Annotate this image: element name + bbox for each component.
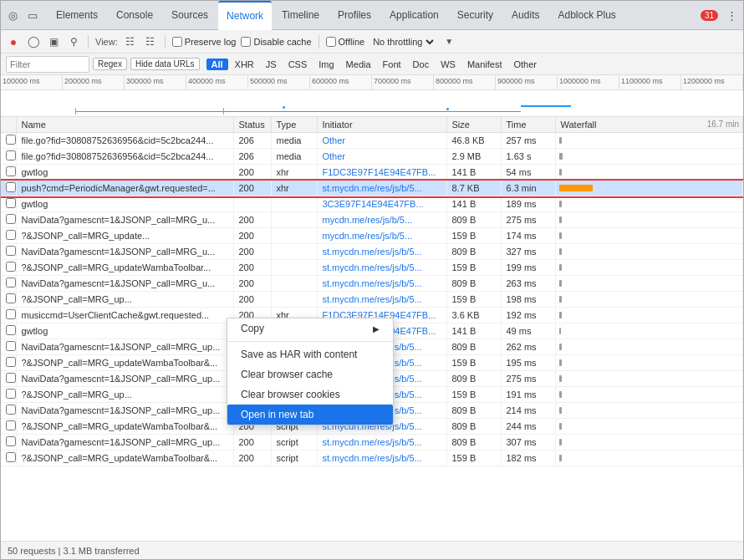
tab-audits[interactable]: Audits	[503, 1, 548, 30]
inspect-icon[interactable]: ◎	[4, 7, 21, 23]
camera-button[interactable]: ▣	[46, 34, 61, 49]
row-checkbox[interactable]	[6, 198, 16, 208]
initiator-link[interactable]: Other	[323, 135, 346, 145]
filter-type-media[interactable]: Media	[341, 59, 376, 70]
filter-type-manifest[interactable]: Manifest	[462, 59, 507, 70]
row-initiator[interactable]: mycdn.me/res/js/b/5...	[317, 212, 446, 228]
tab-adblock[interactable]: Adblock Plus	[549, 1, 624, 30]
tab-elements[interactable]: Elements	[48, 1, 106, 30]
initiator-link[interactable]: st.mycdn.me/res/js/b/5...	[323, 183, 422, 193]
row-checkbox[interactable]	[6, 230, 16, 240]
regex-button[interactable]: Regex	[93, 58, 127, 70]
row-initiator[interactable]: F1DC3E97F14E94E47FB...	[317, 165, 446, 181]
table-row[interactable]: ?&JSONP_call=MRG_updateWambaToolbar&...2…	[1, 451, 743, 466]
filter-type-css[interactable]: CSS	[283, 59, 313, 70]
table-row[interactable]: ?&JSONP_call=MRG_updateWambaToolbar...20…	[1, 260, 743, 276]
row-checkbox[interactable]	[6, 214, 16, 224]
table-row[interactable]: push?cmd=PeriodicManager&gwt.requested=.…	[1, 181, 743, 196]
row-checkbox[interactable]	[6, 436, 16, 446]
tab-profiles[interactable]: Profiles	[329, 1, 380, 30]
more-icon[interactable]: ⋮	[723, 7, 740, 23]
offline-checkbox[interactable]	[326, 37, 336, 47]
row-initiator[interactable]: st.mycdn.me/res/js/b/5...	[317, 260, 446, 276]
filter-type-all[interactable]: All	[206, 59, 228, 70]
ctx-open-tab[interactable]: Open in new tab	[227, 405, 393, 425]
throttle-select[interactable]: No throttling	[369, 36, 436, 48]
filter-type-other[interactable]: Other	[508, 59, 542, 70]
row-initiator[interactable]: st.mycdn.me/res/js/b/5...	[317, 292, 446, 308]
table-row[interactable]: gwtlog3C3E97F14E94E47FB...141 B189 ms	[1, 196, 743, 212]
th-initiator[interactable]: Initiator	[317, 117, 446, 133]
row-checkbox[interactable]	[6, 373, 16, 383]
row-initiator[interactable]: st.mycdn.me/res/js/b/5...	[317, 276, 446, 292]
initiator-link[interactable]: st.mycdn.me/res/js/b/5...	[323, 278, 422, 288]
table-container[interactable]: Name Status Type Initiator Size Time Wat…	[1, 117, 743, 541]
hide-data-urls-button[interactable]: Hide data URLs	[130, 58, 200, 70]
row-checkbox[interactable]	[6, 150, 16, 160]
th-status[interactable]: Status	[233, 117, 271, 133]
record-button[interactable]: ●	[6, 34, 21, 49]
tab-application[interactable]: Application	[381, 1, 447, 30]
filter-type-img[interactable]: Img	[313, 59, 339, 70]
tab-security[interactable]: Security	[449, 1, 502, 30]
disable-cache-checkbox[interactable]	[241, 37, 251, 47]
filter-type-font[interactable]: Font	[378, 59, 406, 70]
preserve-log-label[interactable]: Preserve log	[172, 37, 237, 47]
row-initiator[interactable]: st.mycdn.me/res/js/b/5...	[317, 451, 446, 466]
filter-type-xhr[interactable]: XHR	[230, 59, 259, 70]
th-time[interactable]: Time	[501, 117, 555, 133]
table-row[interactable]: ?&JSONP_call=MRG_up...200st.mycdn.me/res…	[1, 292, 743, 308]
tab-network[interactable]: Network	[218, 1, 272, 30]
ctx-save-har[interactable]: Save as HAR with content	[227, 344, 393, 364]
throttle-arrow[interactable]: ▼	[441, 34, 456, 49]
large-view-button[interactable]: ☷	[143, 34, 158, 49]
row-initiator[interactable]: 3C3E97F14E94E47FB...	[317, 196, 446, 212]
table-row[interactable]: NaviData?gamescnt=1&JSONP_call=MRG_u...2…	[1, 212, 743, 228]
row-checkbox[interactable]	[6, 277, 16, 288]
preserve-log-checkbox[interactable]	[172, 37, 182, 47]
row-initiator[interactable]: Other	[317, 149, 446, 165]
initiator-link[interactable]: F1DC3E97F14E94E47FB...	[323, 167, 436, 177]
row-checkbox[interactable]	[6, 262, 16, 272]
row-checkbox[interactable]	[6, 293, 16, 303]
ctx-clear-cache[interactable]: Clear browser cache	[227, 364, 393, 384]
row-checkbox[interactable]	[6, 405, 16, 415]
table-row[interactable]: NaviData?gamescnt=1&JSONP_call=MRG_u...2…	[1, 244, 743, 260]
row-initiator[interactable]: mycdn.me/res/js/b/5...	[317, 228, 446, 244]
th-name[interactable]: Name	[16, 117, 233, 133]
row-checkbox[interactable]	[6, 135, 16, 145]
table-row[interactable]: NaviData?gamescnt=1&JSONP_call=MRG_u...2…	[1, 276, 743, 292]
list-view-button[interactable]: ☷	[123, 34, 138, 49]
row-checkbox[interactable]	[6, 341, 16, 351]
initiator-link[interactable]: mycdn.me/res/js/b/5...	[323, 231, 413, 241]
filter-input[interactable]	[6, 56, 89, 73]
initiator-link[interactable]: 3C3E97F14E94E47FB...	[323, 199, 424, 209]
initiator-link[interactable]: st.mycdn.me/res/js/b/5...	[323, 437, 422, 447]
th-size[interactable]: Size	[446, 117, 501, 133]
initiator-link[interactable]: st.mycdn.me/res/js/b/5...	[323, 262, 422, 272]
table-row[interactable]: gwtlog200xhrF1DC3E97F14E94E47FB...141 B5…	[1, 165, 743, 181]
table-row[interactable]: NaviData?gamescnt=1&JSONP_call=MRG_up...…	[1, 435, 743, 451]
row-checkbox[interactable]	[6, 420, 16, 430]
ctx-copy[interactable]: Copy ▶	[227, 318, 393, 339]
row-checkbox[interactable]	[6, 452, 16, 462]
row-checkbox[interactable]	[6, 389, 16, 399]
initiator-link[interactable]: st.mycdn.me/res/js/b/5...	[323, 247, 422, 257]
filter-type-doc[interactable]: Doc	[408, 59, 435, 70]
tab-timeline[interactable]: Timeline	[273, 1, 328, 30]
filter-type-ws[interactable]: WS	[436, 59, 461, 70]
table-row[interactable]: file.go?fid=30808752636956&cid=5c2bca244…	[1, 133, 743, 149]
th-type[interactable]: Type	[271, 117, 317, 133]
device-icon[interactable]: ▭	[24, 7, 41, 23]
row-checkbox[interactable]	[6, 182, 16, 192]
th-waterfall[interactable]: Waterfall 16.7 min	[555, 117, 743, 133]
row-checkbox[interactable]	[6, 166, 16, 176]
tab-console[interactable]: Console	[108, 1, 161, 30]
offline-label[interactable]: Offline	[326, 37, 365, 47]
initiator-link[interactable]: st.mycdn.me/res/js/b/5...	[323, 453, 422, 463]
row-checkbox[interactable]	[6, 325, 16, 335]
row-checkbox[interactable]	[6, 246, 16, 256]
row-initiator[interactable]: st.mycdn.me/res/js/b/5...	[317, 181, 446, 196]
ctx-clear-cookies[interactable]: Clear browser cookies	[227, 384, 393, 405]
row-initiator[interactable]: Other	[317, 133, 446, 149]
